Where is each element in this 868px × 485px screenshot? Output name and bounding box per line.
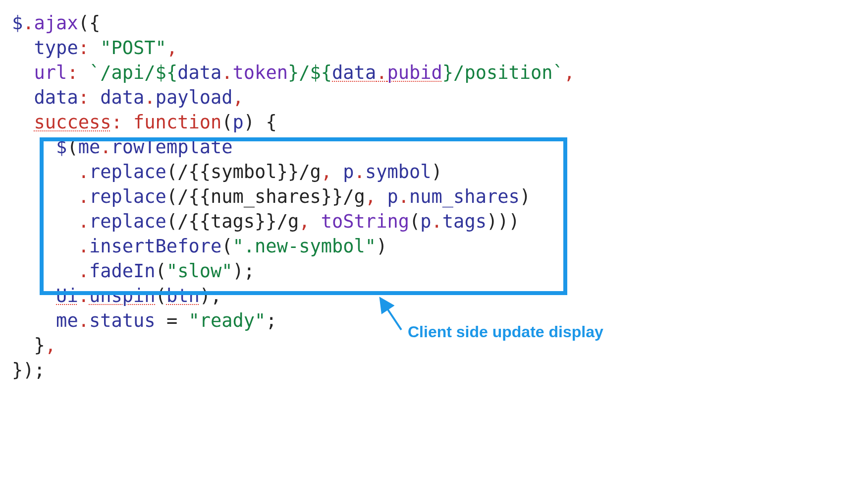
code-token: ({ — [78, 12, 101, 34]
code-token: ( — [156, 260, 166, 282]
code-token — [12, 236, 78, 257]
code-token: . — [78, 260, 89, 282]
code-token: . — [398, 186, 409, 207]
code-token: me — [56, 310, 78, 331]
code-token: rowTemplate — [111, 136, 233, 158]
code-token — [12, 62, 34, 83]
code-token: toString — [321, 211, 409, 232]
code-token: ajax — [34, 12, 78, 34]
code-token: ( — [409, 211, 420, 232]
code-token: num_shares — [409, 186, 520, 207]
code-token: type — [34, 37, 78, 59]
code-token: . — [78, 310, 89, 331]
code-token: p — [233, 112, 244, 133]
code-token: function — [133, 112, 221, 133]
code-token: ))) — [487, 211, 520, 232]
code-token: , — [321, 161, 332, 182]
code-token: p — [420, 211, 431, 232]
code-token — [12, 37, 34, 59]
code-token: , — [564, 62, 575, 83]
code-token — [12, 112, 34, 133]
code-token: . — [376, 62, 387, 83]
code-token: . — [23, 12, 34, 34]
code-token: ( — [67, 136, 78, 158]
code-token: . — [100, 136, 111, 158]
code-token: fadeIn — [89, 260, 156, 282]
code-token: ; — [266, 310, 276, 331]
code-token: } — [12, 335, 45, 356]
code-token: `/api/${ — [89, 62, 177, 83]
code-token — [78, 62, 89, 83]
code-token: : — [67, 62, 78, 83]
code-token: ( — [221, 236, 232, 257]
code-token — [12, 211, 78, 232]
code-token — [89, 87, 100, 108]
code-token: /{{num_shares}}/g — [177, 186, 365, 207]
code-token: . — [221, 62, 232, 83]
code-token: "slow" — [166, 260, 233, 282]
code-token: pubid — [387, 62, 442, 83]
code-token: p — [343, 161, 354, 182]
code-token: ) — [432, 161, 442, 182]
code-token: : — [78, 37, 89, 59]
code-token: "POST" — [100, 37, 166, 59]
code-token: ); — [200, 285, 222, 306]
code-token: ); — [233, 260, 255, 282]
annotation-label: Client side update display — [408, 322, 603, 341]
code-token: data — [332, 62, 376, 83]
code-token: success — [34, 112, 111, 133]
code-token: symbol — [365, 161, 432, 182]
code-token — [310, 211, 321, 232]
code-token: , — [166, 37, 177, 59]
code-token: , — [233, 87, 244, 108]
code-token: }/position` — [442, 62, 564, 83]
code-token: /{{tags}}/g — [177, 211, 299, 232]
code-token: $ — [12, 12, 23, 34]
code-token — [12, 161, 78, 182]
code-token: ( — [166, 186, 177, 207]
code-token: unspin — [89, 285, 156, 306]
code-token: insertBefore — [89, 236, 221, 257]
code-token: . — [78, 186, 89, 207]
code-token: ) { — [244, 112, 277, 133]
code-token: replace — [89, 211, 166, 232]
code-token: . — [144, 87, 155, 108]
code-slide: $.ajax({ type: "POST", url: `/api/${data… — [0, 0, 868, 485]
code-token: : — [78, 87, 89, 108]
code-token — [12, 186, 78, 207]
code-token: replace — [89, 161, 166, 182]
code-token: ) — [376, 236, 387, 257]
code-token: = — [156, 310, 189, 331]
code-token: . — [78, 236, 89, 257]
code-token: me — [78, 136, 101, 158]
code-token: . — [78, 161, 89, 182]
code-token: , — [45, 335, 56, 356]
code-token: }/${ — [288, 62, 332, 83]
code-token: /{{symbol}}/g — [177, 161, 321, 182]
code-token: status — [89, 310, 156, 331]
code-token: ( — [221, 112, 232, 133]
code-token: : — [111, 112, 122, 133]
code-token: data — [34, 87, 78, 108]
code-token — [332, 161, 343, 182]
code-token: data — [100, 87, 144, 108]
code-token: . — [78, 211, 89, 232]
code-token: . — [78, 285, 89, 306]
code-token: btn — [166, 285, 200, 306]
code-token: ( — [166, 211, 177, 232]
code-token: tags — [442, 211, 487, 232]
code-token — [376, 186, 387, 207]
code-token: url — [34, 62, 67, 83]
code-token: data — [177, 62, 221, 83]
code-token: token — [233, 62, 288, 83]
code-token: . — [354, 161, 365, 182]
code-token: , — [299, 211, 310, 232]
code-token: ( — [166, 161, 177, 182]
code-token — [89, 37, 100, 59]
code-token: ) — [520, 186, 531, 207]
code-token: . — [432, 211, 442, 232]
code-token — [12, 310, 56, 331]
code-token: "ready" — [188, 310, 266, 331]
code-token — [12, 87, 34, 108]
code-token: $ — [56, 136, 67, 158]
